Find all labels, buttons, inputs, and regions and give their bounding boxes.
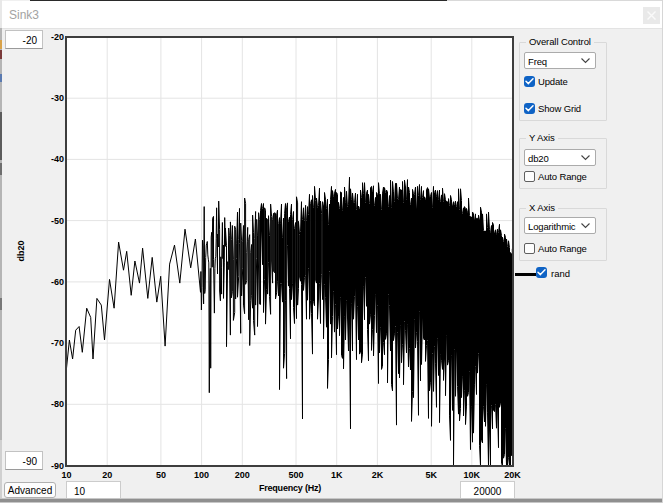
x-tick-100: 100 <box>182 470 222 480</box>
x-tick-500: 500 <box>276 470 316 480</box>
x-auto-range-label: Auto Range <box>538 243 587 254</box>
show-grid-checkbox[interactable] <box>524 103 535 114</box>
show-grid-checkbox-label: Show Grid <box>538 103 581 114</box>
chevron-down-icon <box>581 223 590 229</box>
advanced-button[interactable]: Advanced <box>4 482 56 498</box>
legend-rand-label: rand <box>551 268 570 279</box>
x-tick-20K: 20K <box>493 470 533 480</box>
x-tick-5K: 5K <box>411 470 451 480</box>
x-auto-range-checkbox[interactable] <box>524 243 535 254</box>
chevron-down-icon <box>581 58 590 64</box>
x-tick-50: 50 <box>141 470 181 480</box>
overall-control-combo[interactable]: Freq <box>524 52 596 69</box>
update-checkbox[interactable] <box>524 76 535 87</box>
x-tick-10: 10 <box>47 470 87 480</box>
x-axis-group-title: X Axis <box>526 202 558 213</box>
y-axis-combo[interactable]: db20 <box>524 149 596 166</box>
legend-rand-checkbox[interactable] <box>536 267 547 278</box>
y-min-input[interactable]: -90 <box>5 451 43 470</box>
update-checkbox-label: Update <box>538 76 568 87</box>
overall-control-combo-value: Freq <box>528 56 547 67</box>
y-tick--80: -80 <box>24 399 64 409</box>
x-axis-group: X Axis Logarithmic Auto Range <box>519 208 607 261</box>
y-tick--60: -60 <box>24 277 64 287</box>
overall-control-title: Overall Control <box>526 36 594 47</box>
y-axis-group: Y Axis db20 Auto Range <box>519 138 607 189</box>
x-tick-2K: 2K <box>357 470 397 480</box>
x-tick-10K: 10K <box>452 470 492 480</box>
window-bottom-border <box>0 499 663 502</box>
overall-control-group: Overall Control Freq Update Show Grid <box>519 42 607 121</box>
y-tick--30: -30 <box>24 93 64 103</box>
y-tick--70: -70 <box>24 338 64 348</box>
x-tick-200: 200 <box>222 470 262 480</box>
chevron-down-icon <box>581 155 590 161</box>
legend-line-swatch <box>515 273 536 276</box>
y-max-input[interactable]: -20 <box>5 30 43 49</box>
y-axis-group-title: Y Axis <box>526 132 558 143</box>
y-axis-title: db20 <box>16 226 26 276</box>
x-tick-1K: 1K <box>317 470 357 480</box>
x-tick-20: 20 <box>87 470 127 480</box>
y-auto-range-label: Auto Range <box>538 171 587 182</box>
x-axis-title: Frequency (Hz) <box>240 483 340 493</box>
x-axis-combo-value: Logarithmic <box>528 221 575 232</box>
y-tick--40: -40 <box>24 154 64 164</box>
sink-window: Sink3 1020501002005001K2K5K10K20K -20-30… <box>0 0 663 503</box>
y-auto-range-checkbox[interactable] <box>524 171 535 182</box>
y-axis-combo-value: db20 <box>528 153 549 164</box>
x-axis-combo[interactable]: Logarithmic <box>524 217 596 234</box>
y-tick--50: -50 <box>24 216 64 226</box>
